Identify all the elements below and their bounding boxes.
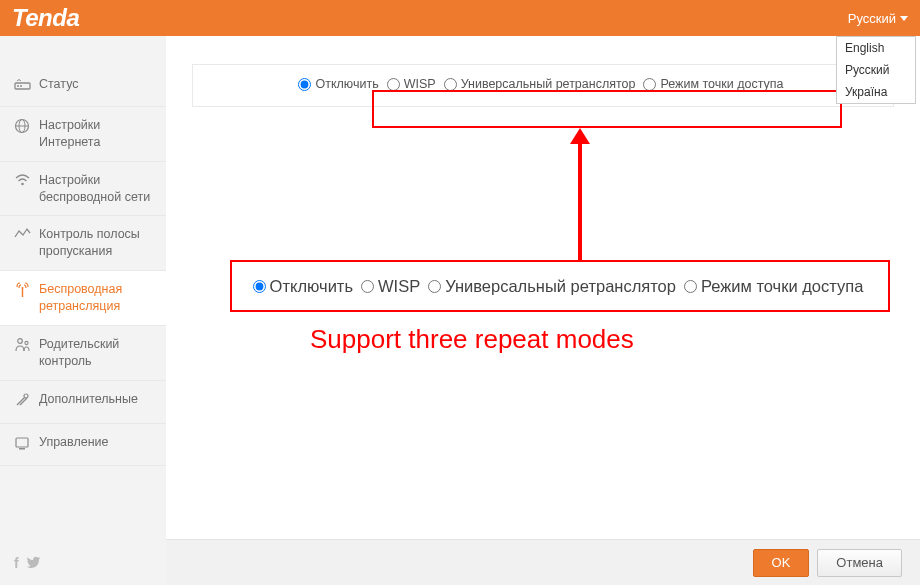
radio-label: Режим точки доступа (660, 77, 783, 91)
mode-option-disable[interactable]: Отключить (298, 77, 378, 91)
sidebar-item-advanced[interactable]: Дополнительные (0, 381, 166, 424)
sidebar-item-label: Беспроводная ретрансляция (39, 281, 156, 315)
header: Tenda Русский (0, 0, 920, 36)
sidebar-item-label: Управление (39, 434, 109, 451)
svg-point-7 (21, 287, 23, 289)
tools-icon (14, 392, 31, 413)
sidebar: Статус Настройки Интернета Настройки бес… (0, 36, 166, 585)
svg-point-6 (21, 182, 24, 185)
radio-input[interactable] (444, 78, 457, 91)
sidebar-item-bandwidth[interactable]: Контроль полосы пропускания (0, 216, 166, 271)
language-option[interactable]: Україна (837, 81, 915, 103)
antenna-icon (14, 282, 31, 303)
radio-input[interactable] (387, 78, 400, 91)
facebook-icon[interactable]: f (14, 555, 19, 571)
ok-button[interactable]: OK (753, 549, 810, 577)
language-dropdown: English Русский Україна (836, 36, 916, 104)
cancel-button[interactable]: Отмена (817, 549, 902, 577)
sidebar-item-label: Настройки Интернета (39, 117, 156, 151)
sidebar-item-repeater[interactable]: Беспроводная ретрансляция (0, 271, 166, 326)
svg-point-2 (20, 85, 22, 87)
language-current: Русский (848, 11, 896, 26)
language-option[interactable]: Русский (837, 59, 915, 81)
parental-icon (14, 337, 31, 358)
sidebar-item-label: Статус (39, 76, 79, 93)
mode-radio-group: Отключить WISP Универсальный ретранслято… (298, 77, 787, 91)
bandwidth-icon (14, 227, 31, 246)
brand-logo: Tenda (12, 4, 79, 32)
sidebar-item-parental[interactable]: Родительский контроль (0, 326, 166, 381)
radio-input[interactable] (298, 78, 311, 91)
radio-input[interactable] (643, 78, 656, 91)
social-links: f (0, 547, 166, 585)
sidebar-item-internet[interactable]: Настройки Интернета (0, 107, 166, 162)
sidebar-item-label: Родительский контроль (39, 336, 156, 370)
globe-icon (14, 118, 31, 139)
svg-point-9 (18, 339, 23, 344)
mode-option-ap[interactable]: Режим точки доступа (643, 77, 783, 91)
sidebar-item-label: Дополнительные (39, 391, 138, 408)
annotation-highlight-small (372, 90, 842, 128)
chevron-down-icon (900, 16, 908, 21)
annotation-arrow (560, 128, 600, 266)
mode-option-wisp[interactable]: WISP (387, 77, 436, 91)
svg-marker-15 (570, 128, 590, 144)
manage-icon (14, 435, 31, 456)
svg-rect-13 (19, 448, 25, 450)
sidebar-item-label: Контроль полосы пропускания (39, 226, 156, 260)
radio-label: WISP (404, 77, 436, 91)
annotation-text: Support three repeat modes (310, 324, 634, 355)
footer-bar: OK Отмена (166, 539, 920, 585)
svg-rect-12 (16, 438, 28, 447)
svg-point-11 (24, 394, 28, 398)
twitter-icon[interactable] (27, 555, 41, 571)
radio-label: Отключить (315, 77, 378, 91)
status-icon (14, 77, 31, 96)
svg-point-1 (17, 85, 19, 87)
sidebar-item-wireless[interactable]: Настройки беспроводной сети (0, 162, 166, 217)
mode-option-universal[interactable]: Универсальный ретранслятор (444, 77, 636, 91)
svg-point-10 (25, 341, 28, 344)
language-selector[interactable]: Русский (848, 11, 908, 26)
sidebar-item-management[interactable]: Управление (0, 424, 166, 467)
radio-label: Универсальный ретранслятор (461, 77, 636, 91)
language-option[interactable]: English (837, 37, 915, 59)
sidebar-item-status[interactable]: Статус (0, 66, 166, 107)
annotation-highlight-large (230, 260, 890, 312)
wifi-icon (14, 173, 31, 192)
sidebar-item-label: Настройки беспроводной сети (39, 172, 156, 206)
